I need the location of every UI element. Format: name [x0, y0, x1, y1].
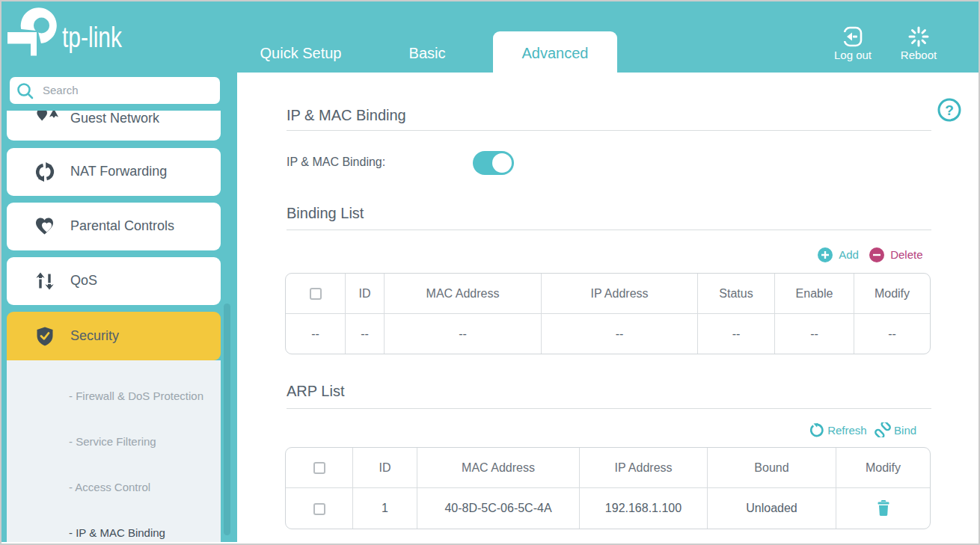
svg-text:tp-link: tp-link	[62, 22, 123, 53]
svg-text:?: ?	[945, 102, 954, 118]
